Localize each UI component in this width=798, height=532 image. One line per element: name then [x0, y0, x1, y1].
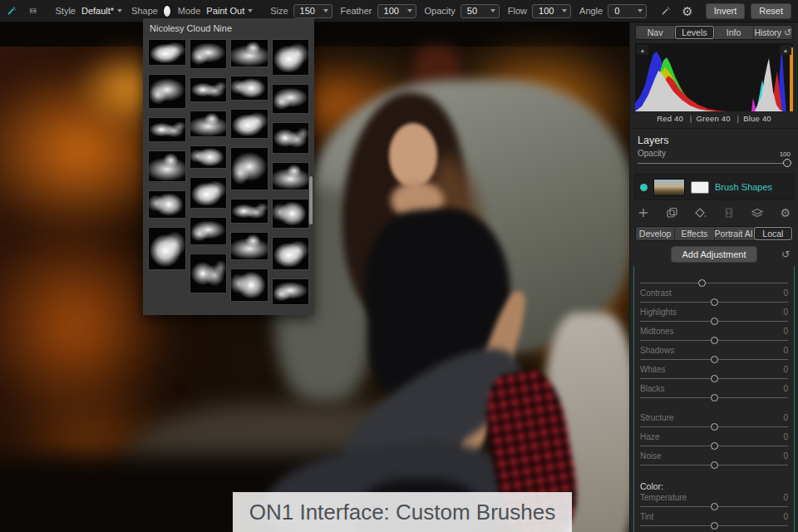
tab-levels[interactable]: Levels — [675, 26, 714, 39]
add-layer-icon[interactable] — [638, 207, 649, 219]
slider-knob[interactable] — [711, 522, 718, 530]
brush-thumbnail[interactable] — [148, 227, 186, 270]
brush-thumbnail[interactable] — [230, 109, 268, 139]
brush-thumbnail[interactable] — [190, 39, 228, 69]
slider-knob[interactable] — [711, 318, 718, 325]
brush-thumbnail[interactable] — [230, 39, 268, 67]
shadow-clipping-toggle[interactable]: ▲ — [637, 45, 648, 55]
brush-thumbnail[interactable] — [148, 190, 186, 219]
brush-thumbnail[interactable] — [230, 147, 268, 190]
style-dropdown[interactable]: Default* — [81, 6, 122, 16]
layer-visibility-dot[interactable] — [640, 184, 648, 191]
angle-dropdown[interactable]: 0 — [608, 4, 647, 18]
slider-knob[interactable] — [711, 461, 718, 469]
chevron-down-icon — [638, 9, 643, 12]
brush-thumbnail[interactable] — [148, 117, 186, 142]
brush-shape-swatch[interactable] — [164, 6, 170, 17]
slider-knob[interactable] — [711, 356, 718, 363]
tab-history[interactable]: History↺ — [754, 26, 792, 39]
delete-layer-icon[interactable] — [724, 207, 734, 219]
slider-knob[interactable] — [711, 394, 718, 401]
module-tab-develop[interactable]: Develop — [636, 227, 675, 240]
green-value: 40 — [722, 114, 731, 123]
whites-slider[interactable] — [640, 374, 788, 384]
shadows-slider[interactable] — [640, 355, 788, 365]
slider-value: 0 — [783, 493, 788, 502]
highlights-slider[interactable] — [640, 317, 788, 327]
slider-knob[interactable] — [711, 337, 718, 344]
reset-button[interactable]: Reset — [751, 3, 791, 19]
image-canvas[interactable] — [0, 22, 629, 532]
temperature-slider[interactable] — [640, 502, 788, 512]
brush-thumbnail[interactable] — [190, 217, 228, 245]
slider-knob[interactable] — [711, 503, 718, 510]
brush-thumbnail[interactable] — [230, 199, 268, 224]
flow-dropdown[interactable]: 100 — [532, 4, 571, 18]
opacity-slider[interactable] — [638, 158, 791, 170]
structure-slider[interactable] — [640, 422, 788, 432]
opacity-dropdown[interactable]: 50 — [461, 4, 500, 18]
brush-settings-gear-icon[interactable]: ⚙ — [682, 5, 692, 17]
midtones-slider[interactable] — [640, 336, 788, 346]
slider-knob[interactable] — [711, 375, 718, 382]
brush-thumbnail[interactable] — [230, 76, 268, 101]
layer-mask-icon[interactable] — [691, 181, 709, 194]
tab-info[interactable]: Info — [715, 26, 754, 39]
masking-brush-tool-icon[interactable] — [7, 3, 17, 18]
slider-knob[interactable] — [698, 279, 706, 287]
reset-adjustments-icon[interactable]: ↺ — [781, 249, 790, 260]
layer-row[interactable]: Brush Shapes — [634, 174, 794, 200]
size-value: 150 — [300, 6, 315, 16]
brush-thumbnail[interactable] — [148, 74, 186, 109]
size-dropdown[interactable]: 150 — [293, 4, 332, 18]
noise-slider[interactable] — [640, 461, 788, 470]
chevron-down-icon — [248, 9, 253, 12]
brush-thumbnail[interactable] — [148, 39, 186, 66]
masking-bug-tool-icon[interactable] — [27, 5, 38, 17]
brush-thumbnail[interactable] — [272, 39, 310, 76]
brush-panel-scrollbar[interactable] — [309, 176, 313, 224]
brush-thumbnail[interactable] — [190, 254, 228, 293]
module-tab-portrait-ai[interactable]: Portrait AI — [715, 227, 754, 240]
highlight-clipping-toggle[interactable]: ▲ — [780, 45, 791, 55]
brush-thumbnail[interactable] — [190, 145, 228, 169]
invert-button[interactable]: Invert — [706, 3, 746, 19]
slider-value: 0 — [783, 413, 788, 422]
paint-bucket-icon[interactable] — [694, 207, 707, 219]
brush-thumbnail[interactable] — [190, 177, 228, 209]
slider-knob[interactable] — [711, 442, 718, 450]
module-tab-local[interactable]: Local — [754, 227, 792, 240]
brush-thumbnail[interactable] — [190, 77, 228, 102]
brush-thumbnail[interactable] — [272, 199, 310, 229]
layer-stack-icon[interactable] — [751, 207, 764, 219]
mode-dropdown[interactable]: Paint Out — [206, 6, 253, 16]
module-tab-effects[interactable]: Effects — [675, 227, 714, 240]
feather-dropdown[interactable]: 100 — [377, 4, 416, 18]
layer-thumbnail[interactable] — [653, 179, 685, 196]
add-adjustment-button[interactable]: Add Adjustment — [671, 246, 756, 263]
brush-thumbnail[interactable] — [272, 237, 310, 270]
haze-slider[interactable] — [640, 441, 788, 451]
brush-thumbnail[interactable] — [148, 150, 186, 182]
unlabeled-slider[interactable] — [640, 278, 788, 288]
perfect-brush-wand-icon[interactable] — [661, 3, 671, 18]
brush-thumbnail[interactable] — [272, 122, 310, 154]
brush-thumbnail[interactable] — [190, 111, 228, 137]
contrast-slider-row: Contrast0 — [640, 288, 788, 308]
tab-nav[interactable]: Nav — [636, 26, 675, 39]
brush-thumbnail[interactable] — [272, 278, 310, 305]
brush-thumbnail[interactable] — [272, 162, 310, 190]
tint-slider[interactable] — [640, 521, 788, 531]
slider-knob[interactable] — [711, 298, 718, 306]
brush-thumbnail[interactable] — [272, 84, 310, 114]
slider-knob[interactable] — [711, 423, 718, 431]
opacity-slider-knob[interactable] — [783, 159, 791, 167]
contrast-slider[interactable] — [640, 298, 788, 308]
brush-category-title: Nicolesy Cloud Nine — [150, 23, 309, 33]
layer-settings-gear-icon[interactable]: ⚙ — [780, 207, 791, 219]
opacity-label: Opacity — [638, 149, 666, 158]
brush-thumbnail[interactable] — [230, 268, 268, 302]
blacks-slider[interactable] — [640, 393, 788, 403]
brush-thumbnail[interactable] — [230, 232, 268, 260]
duplicate-layer-icon[interactable] — [666, 207, 678, 219]
